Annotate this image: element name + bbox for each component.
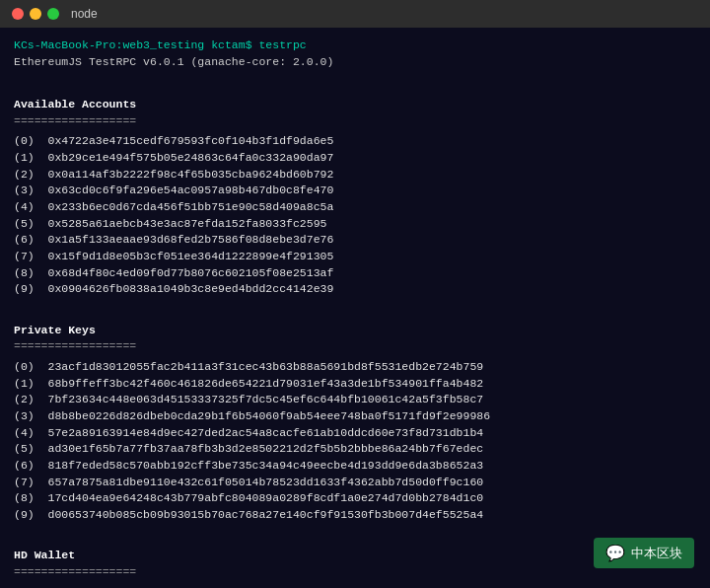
title-app: node <box>71 7 98 21</box>
watermark-badge: 💬 中本区块 <box>594 538 694 568</box>
keys-section-title: Private Keys <box>14 323 696 339</box>
terminal-body[interactable]: KCs-MacBook-Pro:web3_testing kctam$ test… <box>0 28 710 588</box>
list-item: (9) d00653740b085cb09b93015b70ac768a27e1… <box>14 507 696 524</box>
list-item: (1) 0xb29ce1e494f575b05e24863c64fa0c332a… <box>14 150 696 167</box>
accounts-section-title: Available Accounts <box>14 97 696 113</box>
window-controls <box>12 8 59 20</box>
terminal-version-line: EthereumJS TestRPC v6.0.1 (ganache-core:… <box>14 54 696 71</box>
list-item: (6) 0x1a5f133aeaae93d68fed2b7586f08d8ebe… <box>14 232 696 249</box>
list-item: (7) 657a7875a81dbe9110e432c61f05014b7852… <box>14 475 696 491</box>
maximize-button[interactable] <box>47 8 59 20</box>
list-item: (5) ad30e1f65b7a77fb37aa78fb3b3d2e850221… <box>14 441 696 458</box>
close-button[interactable] <box>12 8 24 20</box>
list-item: (8) 0x68d4f80c4ed09f0d77b8076c602105f08e… <box>14 265 696 282</box>
list-item: (5) 0x5285a61aebcb43e3ac87efda152fa8033f… <box>14 216 696 233</box>
list-item: (3) d8b8be0226d826dbeb0cda29b1f6b54060f9… <box>14 408 696 425</box>
watermark-text: 中本区块 <box>631 545 682 562</box>
list-item: (3) 0x63cd0c6f9fa296e54ac0957a98b467db0c… <box>14 183 696 199</box>
list-item: (9) 0x0904626fb0838a1049b3c8e9ed4bdd2cc4… <box>14 281 696 298</box>
list-item: (1) 68b9ffeff3bc42f460c461826de654221d79… <box>14 376 696 393</box>
list-item: (8) 17cd404ea9e64248c43b779abfc804089a02… <box>14 490 696 507</box>
list-item: (0) 0x4722a3e4715cedf679593fc0f104b3f1df… <box>14 133 696 150</box>
terminal-window: node KCs-MacBook-Pro:web3_testing kctam$… <box>0 0 710 588</box>
title-bar: node <box>0 0 710 28</box>
accounts-list: (0) 0x4722a3e4715cedf679593fc0f104b3f1df… <box>14 133 696 298</box>
list-item: (4) 57e2a89163914e84d9ec427ded2ac54a8cac… <box>14 425 696 442</box>
list-item: (2) 0x0a114af3b2222f98c4f65b035cba9624bd… <box>14 167 696 184</box>
accounts-underline: ================== <box>14 113 696 130</box>
keys-list: (0) 23acf1d83012055fac2b411a3f31cec43b63… <box>14 359 696 524</box>
list-item: (6) 818f7eded58c570abb192cff3be735c34a94… <box>14 458 696 475</box>
minimize-button[interactable] <box>30 8 41 20</box>
keys-underline: ================== <box>14 338 696 355</box>
wechat-icon: 💬 <box>605 544 625 562</box>
list-item: (0) 23acf1d83012055fac2b411a3f31cec43b63… <box>14 359 696 376</box>
terminal-prompt-line: KCs-MacBook-Pro:web3_testing kctam$ test… <box>14 37 696 54</box>
list-item: (2) 7bf23634c448e063d45153337325f7dc5c45… <box>14 392 696 408</box>
list-item: (4) 0x233b6ec0d67cda456f51bb751e90c58d40… <box>14 199 696 216</box>
list-item: (7) 0x15f9d1d8e05b3cf051ee364d1222899e4f… <box>14 249 696 265</box>
